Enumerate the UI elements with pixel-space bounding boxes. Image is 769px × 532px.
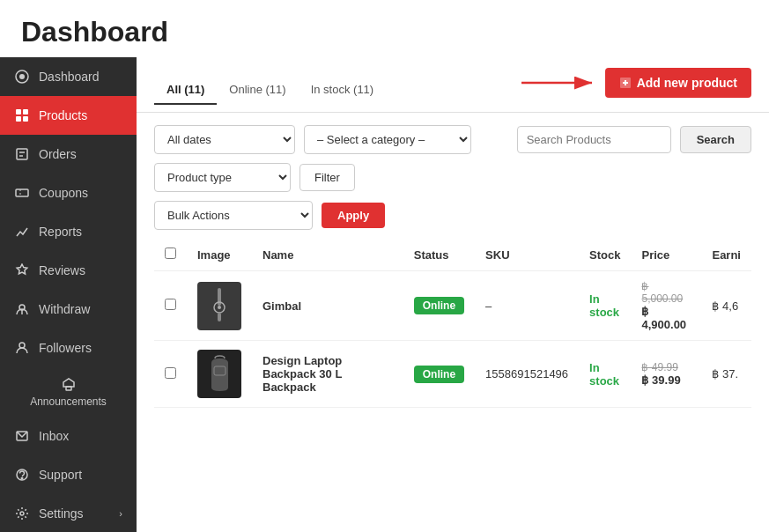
col-status: Status — [403, 239, 475, 271]
product-image-1 — [197, 282, 241, 330]
sku-2: 1558691521496 — [475, 341, 579, 408]
announcements-icon — [61, 376, 77, 392]
status-badge-2: Online — [414, 366, 464, 383]
svg-rect-5 — [23, 116, 28, 122]
products-table: Image Name Status SKU Stock Price Earni — [154, 239, 751, 408]
category-select[interactable]: – Select a category – — [304, 125, 471, 154]
products-icon — [14, 107, 30, 123]
main-content: All (11) Online (11) In stock (11) — [137, 57, 769, 532]
sidebar-label-followers: Followers — [39, 341, 92, 355]
orders-icon — [14, 146, 30, 162]
reports-icon — [14, 224, 30, 240]
sidebar-label-withdraw: Withdraw — [39, 302, 90, 316]
sidebar-item-dashboard[interactable]: Dashboard — [0, 57, 137, 96]
sidebar-label-products: Products — [39, 108, 87, 122]
withdraw-icon — [14, 301, 30, 317]
svg-rect-3 — [23, 109, 28, 115]
row-checkbox-1[interactable] — [165, 299, 176, 310]
tab-instock[interactable]: In stock (11) — [299, 76, 387, 105]
sidebar-item-support[interactable]: Support — [0, 455, 137, 494]
product-name-2: Design Laptop Backpack 30 L Backpack — [252, 341, 403, 408]
price-original-2: ฿ 49.99 — [641, 361, 691, 373]
settings-icon — [14, 506, 30, 521]
stock-2: Instock — [589, 361, 619, 388]
sidebar-label-orders: Orders — [39, 147, 77, 161]
price-1: ฿ 5,000.00 ฿ 4,900.00 — [641, 280, 691, 331]
col-stock: Stock — [579, 239, 631, 271]
svg-rect-27 — [218, 313, 221, 321]
svg-rect-6 — [17, 149, 27, 159]
sidebar-label-settings: Settings — [39, 506, 84, 521]
sidebar-item-followers[interactable]: Followers — [0, 329, 137, 367]
svg-point-17 — [20, 512, 24, 515]
svg-rect-13 — [66, 387, 71, 390]
followers-icon — [14, 340, 30, 356]
add-product-arrow — [517, 70, 596, 95]
sidebar-item-products[interactable]: Products — [0, 96, 137, 135]
reviews-icon — [14, 262, 30, 278]
svg-point-1 — [19, 74, 25, 79]
table-row: Design Laptop Backpack 30 L Backpack Onl… — [154, 341, 751, 408]
earnings-1: ฿ 4,6 — [701, 271, 751, 341]
support-icon — [14, 467, 30, 483]
sidebar-label-inbox: Inbox — [39, 429, 69, 443]
filter-button[interactable]: Filter — [299, 164, 355, 191]
apply-button[interactable]: Apply — [322, 203, 385, 228]
tab-online[interactable]: Online (11) — [217, 76, 298, 105]
select-all-checkbox[interactable] — [165, 248, 176, 259]
price-original-1: ฿ 5,000.00 — [641, 280, 691, 305]
product-name-1: Gimbal — [252, 271, 403, 341]
price-2: ฿ 49.99 ฿ 39.99 — [641, 361, 691, 387]
sidebar-label-coupons: Coupons — [39, 186, 88, 200]
sidebar-item-withdraw[interactable]: Withdraw — [0, 290, 137, 329]
inbox-icon — [14, 428, 30, 444]
sidebar-item-reports[interactable]: Reports — [0, 212, 137, 251]
product-type-select[interactable]: Product type — [154, 163, 291, 192]
sidebar-item-announcements[interactable]: Announcements — [0, 367, 137, 417]
tabs-group: All (11) Online (11) In stock (11) — [154, 76, 386, 104]
bulk-actions-select[interactable]: Bulk Actions — [154, 201, 313, 230]
sidebar-item-coupons[interactable]: Coupons — [0, 174, 137, 212]
product-image-2 — [197, 350, 241, 398]
status-badge-1: Online — [414, 297, 464, 314]
sidebar-label-dashboard: Dashboard — [39, 70, 100, 84]
dates-select[interactable]: All dates — [154, 125, 295, 154]
sidebar-item-orders[interactable]: Orders — [0, 135, 137, 174]
coupons-icon — [14, 185, 30, 201]
col-image: Image — [187, 239, 252, 271]
price-current-1: ฿ 4,900.00 — [641, 305, 691, 331]
sidebar-label-announcements: Announcements — [30, 395, 107, 408]
sidebar-label-reports: Reports — [39, 225, 82, 239]
filter-row-1: All dates – Select a category – Search — [154, 125, 751, 154]
col-price: Price — [631, 239, 701, 271]
col-sku: SKU — [475, 239, 579, 271]
sidebar-item-settings[interactable]: Settings › — [0, 494, 137, 532]
sku-1: – — [475, 271, 579, 341]
row-checkbox-2[interactable] — [165, 367, 176, 379]
dashboard-icon — [14, 69, 30, 85]
earnings-2: ฿ 37. — [701, 341, 751, 408]
col-earnings: Earni — [701, 239, 751, 271]
svg-rect-9 — [16, 189, 28, 196]
filters-section: All dates – Select a category – Search P… — [137, 113, 769, 230]
sidebar-item-inbox[interactable]: Inbox — [0, 417, 137, 455]
filter-row-3: Bulk Actions Apply — [154, 201, 751, 230]
settings-chevron: › — [119, 508, 122, 519]
add-product-button[interactable]: Add new product — [605, 68, 751, 98]
tabs-bar: All (11) Online (11) In stock (11) — [137, 57, 769, 113]
page-title: Dashboard — [0, 0, 769, 57]
svg-rect-4 — [16, 116, 21, 122]
sidebar-label-reviews: Reviews — [39, 263, 85, 277]
sidebar-item-reviews[interactable]: Reviews — [0, 251, 137, 290]
svg-rect-25 — [218, 288, 221, 306]
svg-rect-2 — [16, 109, 21, 115]
stock-1: Instock — [589, 292, 619, 319]
table-row: Gimbal Online – Instock ฿ 5,000.00 ฿ 4,9… — [154, 271, 751, 341]
add-product-icon — [619, 77, 632, 89]
col-name: Name — [252, 239, 403, 271]
tab-all[interactable]: All (11) — [154, 76, 217, 105]
svg-point-28 — [218, 306, 221, 309]
price-current-2: ฿ 39.99 — [641, 373, 691, 387]
search-button[interactable]: Search — [680, 126, 751, 153]
search-input[interactable] — [517, 126, 671, 153]
